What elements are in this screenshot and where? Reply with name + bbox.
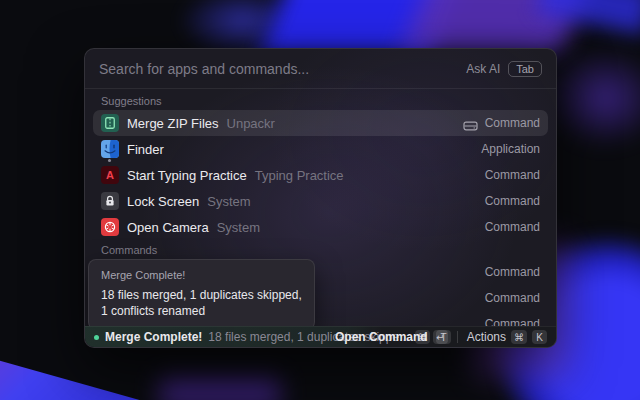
search-input[interactable]	[99, 61, 466, 77]
item-title: Open Camera	[127, 220, 209, 235]
command-key-badge: ⌘	[511, 330, 527, 344]
item-title: Finder	[127, 142, 164, 157]
item-title: Merge ZIP Files	[127, 116, 219, 131]
typing-practice-icon: A	[101, 166, 119, 184]
wallpaper-blob	[545, 48, 640, 148]
tooltip-title: Merge Complete!	[101, 269, 302, 281]
item-subtitle: System	[217, 220, 260, 235]
camera-icon	[101, 218, 119, 236]
status-bar-divider	[457, 331, 458, 343]
actions-button[interactable]: Actions ⌘ K	[467, 330, 547, 344]
toast-status-dot	[94, 335, 99, 340]
list-item-start-typing-practice[interactable]: A Start Typing Practice Typing Practice …	[93, 162, 548, 188]
list-item-merge-zip-files[interactable]: Merge ZIP Files Unpackr Command	[93, 110, 548, 136]
k-key-badge: K	[532, 330, 547, 344]
search-bar: Ask AI Tab	[85, 49, 556, 89]
tooltip-body: 18 files merged, 1 duplicates skipped, 1…	[101, 287, 302, 319]
item-type: Command	[485, 116, 540, 130]
tab-key-badge: Tab	[508, 61, 542, 77]
list-item-lock-screen[interactable]: Lock Screen System Command	[93, 188, 548, 214]
status-bar: Merge Complete! 18 files merged, 1 dupli…	[85, 326, 556, 347]
item-type: Command	[485, 291, 540, 305]
item-type: Command	[485, 194, 540, 208]
item-type: Command	[485, 220, 540, 234]
actions-label: Actions	[467, 330, 506, 344]
enter-key-badge: ↵	[433, 330, 448, 344]
wallpaper-blob	[160, 378, 280, 400]
list-item-finder[interactable]: Finder Application	[93, 136, 548, 162]
open-command-label: Open Command	[335, 330, 428, 344]
merge-complete-toast[interactable]: Merge Complete! 18 files merged, 1 dupli…	[94, 330, 335, 344]
item-title: Start Typing Practice	[127, 168, 247, 183]
item-type: Command	[485, 265, 540, 279]
finder-icon	[101, 140, 119, 158]
item-type: Command	[485, 168, 540, 182]
section-header-commands: Commands	[85, 240, 556, 259]
merge-complete-tooltip: Merge Complete! 18 files merged, 1 dupli…	[88, 259, 315, 330]
item-subtitle: Typing Practice	[255, 168, 344, 183]
item-type: Application	[481, 142, 540, 156]
item-subtitle: Unpackr	[227, 116, 275, 131]
list-item-open-camera[interactable]: Open Camera System Command	[93, 214, 548, 240]
toast-title: Merge Complete!	[105, 330, 202, 344]
svg-text:A: A	[106, 169, 114, 181]
section-header-suggestions: Suggestions	[85, 91, 556, 110]
lock-icon	[101, 192, 119, 210]
ask-ai-button[interactable]: Ask AI	[466, 62, 500, 76]
item-subtitle: System	[207, 194, 250, 209]
open-command-button[interactable]: Open Command ↵	[335, 330, 448, 344]
launcher-window: Ask AI Tab Suggestions Merge ZIP Files U…	[84, 48, 557, 348]
item-title: Lock Screen	[127, 194, 199, 209]
hard-drive-icon	[463, 117, 478, 129]
running-indicator-dot	[108, 159, 111, 162]
zip-icon	[101, 114, 119, 132]
